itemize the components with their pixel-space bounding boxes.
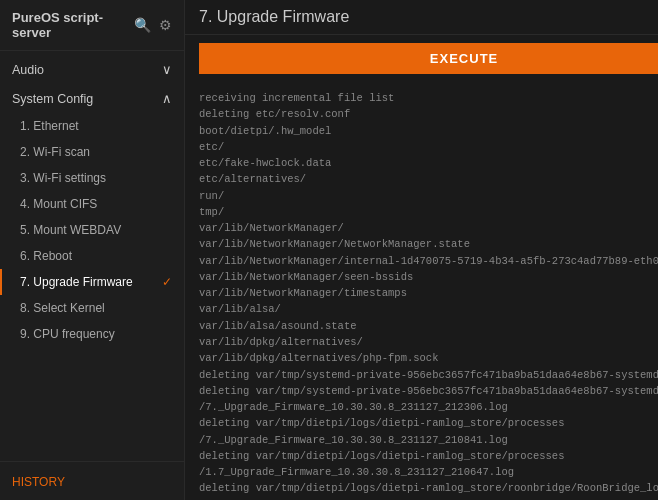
sidebar-item-label-mount-cifs: 4. Mount CIFS [20, 197, 97, 211]
sidebar-footer: HISTORY [0, 461, 184, 500]
output-line: tmp/ [199, 204, 658, 220]
output-line: /1.7_Upgrade_Firmware_10.30.30.8_231127_… [199, 464, 658, 480]
sidebar-item-mount-cifs[interactable]: 4. Mount CIFS [0, 191, 184, 217]
system-config-label: System Config [12, 92, 93, 106]
output-line: var/lib/NetworkManager/seen-bssids [199, 269, 658, 285]
output-line: var/lib/NetworkManager/timestamps [199, 285, 658, 301]
output-line: etc/ [199, 139, 658, 155]
output-area[interactable]: receiving incremental file listdeleting … [185, 82, 658, 500]
sidebar-item-label-upgrade-firmware: 7. Upgrade Firmware [20, 275, 133, 289]
output-line: receiving incremental file list [199, 90, 658, 106]
sidebar-item-label-ethernet: 1. Ethernet [20, 119, 79, 133]
sidebar-item-label-select-kernel: 8. Select Kernel [20, 301, 105, 315]
sidebar-item-label-mount-webdav: 5. Mount WEBDAV [20, 223, 121, 237]
output-line: var/lib/NetworkManager/internal-1d470075… [199, 253, 658, 269]
sidebar-item-check-upgrade-firmware: ✓ [162, 275, 172, 289]
page-title: 7. Upgrade Firmware [199, 8, 658, 26]
sidebar-nav: Audio System Config 1. Ethernet2. Wi-Fi … [0, 51, 184, 461]
sidebar-item-select-kernel[interactable]: 8. Select Kernel [0, 295, 184, 321]
output-line: var/lib/alsa/ [199, 301, 658, 317]
main-header: 7. Upgrade Firmware ✓ 1 + [185, 0, 658, 35]
output-line: deleting var/tmp/dietpi/logs/dietpi-raml… [199, 448, 658, 464]
output-line: deleting etc/resolv.conf [199, 106, 658, 122]
output-line: etc/fake-hwclock.data [199, 155, 658, 171]
sidebar-item-cpu-frequency[interactable]: 9. CPU frequency [0, 321, 184, 347]
output-line: etc/alternatives/ [199, 171, 658, 187]
output-line: var/lib/dpkg/alternatives/php-fpm.sock [199, 350, 658, 366]
sidebar-item-ethernet[interactable]: 1. Ethernet [0, 113, 184, 139]
execute-button[interactable]: EXECUTE [199, 43, 658, 74]
sidebar-item-wifi-scan[interactable]: 2. Wi-Fi scan [0, 139, 184, 165]
output-line: boot/dietpi/.hw_model [199, 123, 658, 139]
output-line: deleting var/tmp/systemd-private-956ebc3… [199, 367, 658, 383]
audio-chevron-icon [162, 62, 172, 77]
sidebar-item-mount-webdav[interactable]: 5. Mount WEBDAV [0, 217, 184, 243]
audio-group-label: Audio [12, 63, 44, 77]
gear-icon[interactable]: ⚙ [159, 17, 172, 33]
output-line: var/lib/alsa/asound.state [199, 318, 658, 334]
output-line: var/lib/NetworkManager/NetworkManager.st… [199, 236, 658, 252]
history-button[interactable]: HISTORY [12, 475, 65, 489]
output-line: deleting var/tmp/dietpi/logs/dietpi-raml… [199, 480, 658, 496]
toolbar: EXECUTE STOP [185, 35, 658, 82]
sidebar-item-label-cpu-frequency: 9. CPU frequency [20, 327, 115, 341]
system-config-items: 1. Ethernet2. Wi-Fi scan3. Wi-Fi setting… [0, 113, 184, 347]
sidebar-item-label-reboot: 6. Reboot [20, 249, 72, 263]
output-line: deleting var/tmp/dietpi/logs/dietpi-raml… [199, 415, 658, 431]
sidebar-item-reboot[interactable]: 6. Reboot [0, 243, 184, 269]
sidebar-group-audio[interactable]: Audio [0, 55, 184, 84]
sidebar-header: PureOS script-server 🔍 ⚙ [0, 0, 184, 51]
sidebar: PureOS script-server 🔍 ⚙ Audio System Co… [0, 0, 185, 500]
sidebar-item-label-wifi-scan: 2. Wi-Fi scan [20, 145, 90, 159]
sidebar-item-wifi-settings[interactable]: 3. Wi-Fi settings [0, 165, 184, 191]
sidebar-item-upgrade-firmware[interactable]: 7. Upgrade Firmware✓ [0, 269, 184, 295]
output-line: var/lib/NetworkManager/ [199, 220, 658, 236]
sidebar-group-system-config[interactable]: System Config [0, 84, 184, 113]
output-line: deleting var/tmp/systemd-private-956ebc3… [199, 383, 658, 399]
sidebar-header-icons: 🔍 ⚙ [134, 17, 172, 33]
main-content: 7. Upgrade Firmware ✓ 1 + EXECUTE STOP r… [185, 0, 658, 500]
sidebar-item-label-wifi-settings: 3. Wi-Fi settings [20, 171, 106, 185]
output-line: /7._Upgrade_Firmware_10.30.30.8_231127_2… [199, 399, 658, 415]
system-config-chevron-icon [162, 91, 172, 106]
search-icon[interactable]: 🔍 [134, 17, 151, 33]
output-line: deleting var/tmp/dietpi/logs/dietpi-raml… [199, 497, 658, 500]
output-line: run/ [199, 188, 658, 204]
output-line: /7._Upgrade_Firmware_10.30.30.8_231127_2… [199, 432, 658, 448]
sidebar-logo: PureOS script-server [12, 10, 134, 40]
output-line: var/lib/dpkg/alternatives/ [199, 334, 658, 350]
